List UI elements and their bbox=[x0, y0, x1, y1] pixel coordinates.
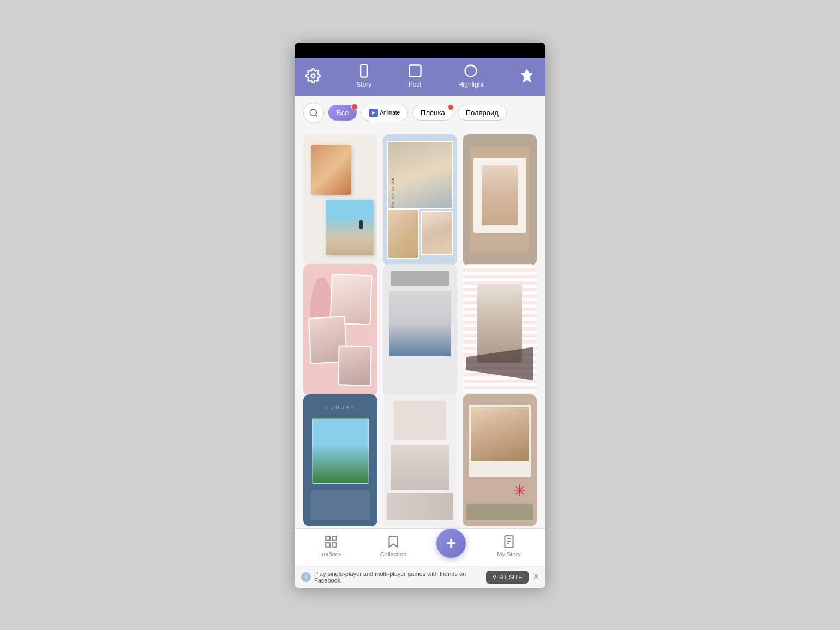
template-card-5[interactable] bbox=[383, 264, 457, 396]
bottom-nav-mystory[interactable]: My Story bbox=[490, 535, 528, 557]
settings-nav-item[interactable] bbox=[305, 68, 321, 83]
status-bar bbox=[295, 43, 545, 58]
svg-rect-1 bbox=[361, 64, 367, 77]
svg-point-5 bbox=[310, 109, 316, 116]
plus-icon bbox=[443, 536, 459, 551]
template-card-8[interactable] bbox=[383, 394, 457, 526]
circle-icon bbox=[463, 63, 478, 79]
template-card-1[interactable] bbox=[303, 134, 377, 266]
highlight-nav-item[interactable]: Highlight bbox=[458, 63, 484, 88]
template-card-9[interactable]: ✳ bbox=[463, 394, 537, 526]
filter-film[interactable]: Пленка bbox=[412, 105, 453, 121]
svg-point-0 bbox=[311, 74, 315, 77]
template-icon bbox=[324, 535, 338, 549]
filter-animate-label: Animate bbox=[380, 110, 400, 116]
template-card-4[interactable] bbox=[303, 264, 377, 396]
animate-badge-icon: ▶ bbox=[369, 109, 378, 117]
template-nav-label: шаблон bbox=[320, 551, 341, 557]
svg-rect-9 bbox=[326, 543, 330, 547]
premium-nav-item[interactable] bbox=[519, 68, 535, 83]
filter-polaroid[interactable]: Поляроид bbox=[458, 105, 507, 121]
template-card-6[interactable] bbox=[463, 264, 537, 396]
svg-rect-3 bbox=[409, 65, 421, 76]
ad-close-button[interactable]: × bbox=[533, 571, 539, 583]
filter-polaroid-label: Поляроид bbox=[466, 109, 499, 117]
collection-nav-label: Collection bbox=[380, 551, 406, 557]
filter-all-label: Все bbox=[337, 109, 349, 117]
svg-point-4 bbox=[465, 65, 477, 76]
mystory-icon bbox=[502, 535, 516, 549]
highlight-nav-label: Highlight bbox=[458, 81, 484, 88]
template-card-2[interactable]: Time Is On My Side bbox=[383, 134, 457, 266]
phone-container: Story Post Highlight bbox=[295, 43, 545, 588]
post-nav-item[interactable]: Post bbox=[407, 63, 423, 88]
square-icon bbox=[407, 63, 423, 79]
phone-icon bbox=[356, 63, 371, 79]
template-card-7[interactable]: SUNDAY bbox=[303, 394, 377, 526]
visit-site-button[interactable]: VISIT SITE bbox=[486, 571, 529, 584]
ad-text: Play single-player and multi-player game… bbox=[314, 571, 486, 584]
svg-line-6 bbox=[315, 115, 317, 116]
sunday-text: SUNDAY bbox=[303, 405, 377, 410]
bottom-nav-collection[interactable]: Collection bbox=[374, 535, 412, 557]
filter-all[interactable]: Все bbox=[328, 105, 357, 121]
gear-icon bbox=[305, 68, 321, 83]
bottom-nav-template[interactable]: шаблон bbox=[312, 535, 350, 557]
diamond-icon bbox=[519, 68, 535, 83]
ad-banner: i Play single-player and multi-player ga… bbox=[295, 566, 545, 588]
search-button[interactable] bbox=[303, 103, 324, 123]
filter-film-label: Пленка bbox=[421, 109, 445, 117]
template-card-3[interactable] bbox=[463, 134, 537, 266]
filter-animate[interactable]: ▶ Animate bbox=[361, 105, 408, 121]
story-nav-item[interactable]: Story bbox=[356, 63, 371, 88]
add-button[interactable] bbox=[436, 529, 466, 558]
mystory-nav-label: My Story bbox=[497, 551, 520, 557]
bottom-nav: шаблон Collection My Story bbox=[295, 528, 545, 566]
search-icon bbox=[309, 108, 319, 118]
svg-rect-7 bbox=[326, 536, 330, 541]
svg-rect-10 bbox=[332, 543, 337, 547]
story-nav-label: Story bbox=[356, 81, 371, 88]
top-nav: Story Post Highlight bbox=[295, 58, 545, 96]
svg-rect-8 bbox=[332, 536, 337, 541]
filter-row: Все ▶ Animate Пленка Поляроид bbox=[295, 96, 545, 130]
post-nav-label: Post bbox=[409, 81, 422, 88]
template-grid: Time Is On My Side bbox=[295, 130, 545, 528]
ad-info-icon: i bbox=[301, 572, 311, 582]
ad-banner-left: i Play single-player and multi-player ga… bbox=[301, 571, 486, 584]
bookmark-icon bbox=[386, 535, 400, 549]
star-decoration: ✳ bbox=[513, 482, 526, 500]
